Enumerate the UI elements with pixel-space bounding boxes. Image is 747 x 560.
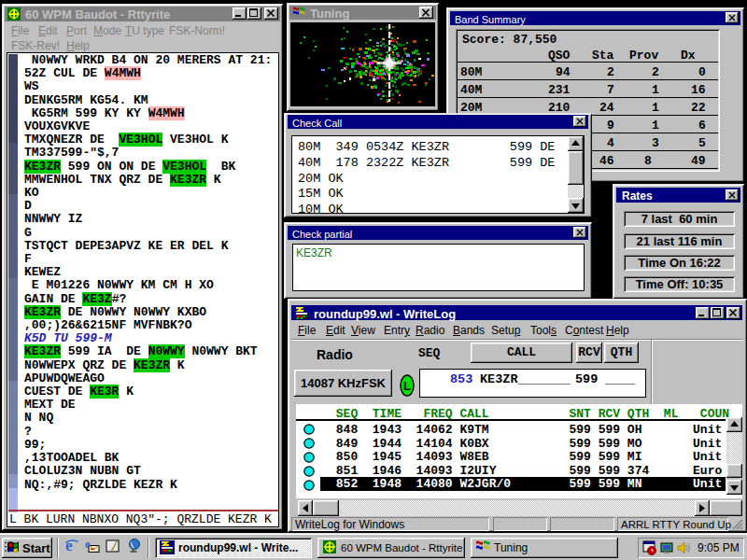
svg-text:L: L bbox=[403, 379, 411, 393]
